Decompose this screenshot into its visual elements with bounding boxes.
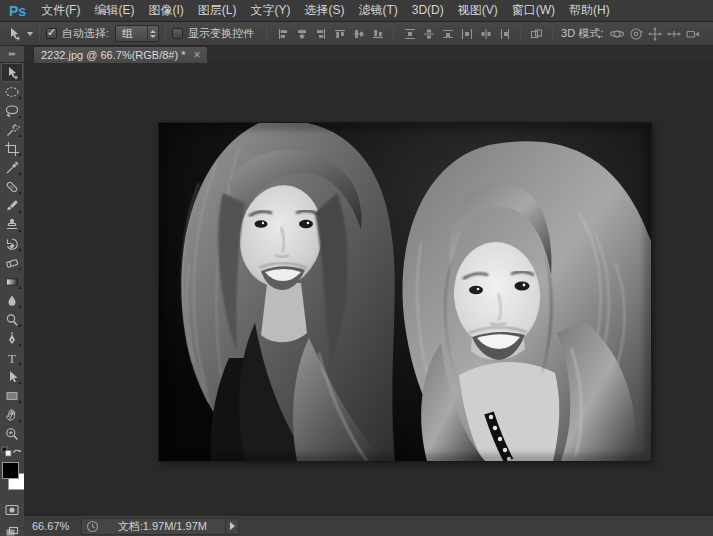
tool-shape[interactable] xyxy=(1,386,23,405)
3d-zoom-camera-icon xyxy=(685,26,701,42)
align-left-edges-button[interactable] xyxy=(273,24,292,43)
3d-zoom-camera-button[interactable] xyxy=(683,24,702,43)
menu-select[interactable]: 选择(S) xyxy=(297,0,351,21)
distribute-left-edges-button[interactable] xyxy=(457,24,476,43)
distribute-horizontal-centers-icon xyxy=(479,27,493,41)
svg-text:T: T xyxy=(8,350,16,365)
photoshop-logo: Ps xyxy=(0,3,34,19)
document-tab-title: 2232.jpg @ 66.7%(RGB/8#) * xyxy=(41,49,185,61)
separator xyxy=(520,25,521,42)
screen-mode-button[interactable] xyxy=(1,522,23,536)
3d-roll-button[interactable] xyxy=(626,24,645,43)
zoom-tool-icon xyxy=(4,426,20,442)
tool-magic-wand[interactable] xyxy=(1,120,23,139)
distribute-left-edges-icon xyxy=(460,27,474,41)
tool-eyedropper[interactable] xyxy=(1,158,23,177)
tool-brush[interactable] xyxy=(1,196,23,215)
auto-select-target-dropdown[interactable]: 组 xyxy=(115,25,159,42)
3d-slide-icon xyxy=(666,26,682,42)
tool-zoom[interactable] xyxy=(1,424,23,443)
align-top-edges-button[interactable] xyxy=(330,24,349,43)
distribute-vertical-centers-button[interactable] xyxy=(419,24,438,43)
menu-bar: Ps 文件(F) 编辑(E) 图像(I) 图层(L) 文字(Y) 选择(S) 滤… xyxy=(0,0,713,22)
align-vertical-centers-icon xyxy=(352,27,366,41)
menu-filter[interactable]: 滤镜(T) xyxy=(351,0,404,21)
auto-select-label: 自动选择: xyxy=(62,26,109,41)
tools-panel: T xyxy=(0,63,24,536)
move-tool-icon xyxy=(6,26,22,42)
3d-roll-icon xyxy=(628,26,644,42)
menu-layer[interactable]: 图层(L) xyxy=(191,0,244,21)
tool-hand[interactable] xyxy=(1,405,23,424)
tool-pen[interactable] xyxy=(1,329,23,348)
auto-select-checkbox[interactable] xyxy=(46,28,57,39)
auto-align-layers-icon xyxy=(529,27,544,41)
document-size-text: 文档:1.97M/1.97M xyxy=(99,519,225,534)
separator xyxy=(165,25,166,42)
tool-eraser[interactable] xyxy=(1,253,23,272)
distribute-top-edges-icon xyxy=(403,27,417,41)
auto-select-target-value: 组 xyxy=(116,26,147,41)
align-horizontal-centers-button[interactable] xyxy=(292,24,311,43)
tool-gradient[interactable] xyxy=(1,272,23,291)
tool-marquee[interactable] xyxy=(1,82,23,101)
show-transform-checkbox[interactable] xyxy=(172,28,183,39)
tab-close-icon[interactable]: × xyxy=(193,50,200,60)
menu-file[interactable]: 文件(F) xyxy=(34,0,87,21)
3d-slide-button[interactable] xyxy=(664,24,683,43)
tool-options-bar: 自动选择: 组 显示变换控件 xyxy=(0,22,713,46)
quick-mask-button[interactable] xyxy=(1,500,23,519)
two-women-portrait-photo xyxy=(159,123,651,461)
align-top-edges-icon xyxy=(333,27,347,41)
align-vertical-centers-button[interactable] xyxy=(349,24,368,43)
color-swatches xyxy=(0,462,24,496)
right-woman xyxy=(402,141,651,461)
3d-pan-button[interactable] xyxy=(645,24,664,43)
distribute-bottom-edges-button[interactable] xyxy=(438,24,457,43)
photoshop-window: Ps 文件(F) 编辑(E) 图像(I) 图层(L) 文字(Y) 选择(S) 滤… xyxy=(0,0,713,536)
align-bottom-edges-button[interactable] xyxy=(368,24,387,43)
tool-path-selection[interactable] xyxy=(1,367,23,386)
distribute-right-edges-button[interactable] xyxy=(495,24,514,43)
document-tab[interactable]: 2232.jpg @ 66.7%(RGB/8#) * × xyxy=(33,46,208,63)
tool-preset-picker[interactable] xyxy=(6,26,33,42)
move-tool-icon xyxy=(4,65,20,81)
foreground-color-swatch[interactable] xyxy=(2,462,19,479)
swap-colors-icon[interactable] xyxy=(11,446,23,458)
align-right-edges-button[interactable] xyxy=(311,24,330,43)
tool-blur[interactable] xyxy=(1,291,23,310)
menu-window[interactable]: 窗口(W) xyxy=(505,0,562,21)
chevron-down-icon xyxy=(27,32,33,36)
tool-crop[interactable] xyxy=(1,139,23,158)
menu-image[interactable]: 图像(I) xyxy=(141,0,190,21)
tool-healing-brush[interactable] xyxy=(1,177,23,196)
zoom-level-field[interactable]: 66.67% xyxy=(24,520,79,532)
tool-dodge[interactable] xyxy=(1,310,23,329)
document-image[interactable] xyxy=(159,123,651,461)
tool-move[interactable] xyxy=(1,63,23,82)
distribute-horizontal-centers-button[interactable] xyxy=(476,24,495,43)
tool-clone-stamp[interactable] xyxy=(1,215,23,234)
3d-pan-icon xyxy=(647,26,663,42)
align-right-edges-icon xyxy=(314,27,328,41)
3d-orbit-button[interactable] xyxy=(607,24,626,43)
auto-align-layers-button[interactable] xyxy=(527,24,546,43)
tool-history-brush[interactable] xyxy=(1,234,23,253)
canvas-workspace[interactable] xyxy=(24,63,713,515)
menu-type[interactable]: 文字(Y) xyxy=(243,0,297,21)
tools-panel-collapse-button[interactable]: ▸▸ xyxy=(0,46,24,63)
tool-lasso[interactable] xyxy=(1,101,23,120)
separator xyxy=(39,25,40,42)
menu-help[interactable]: 帮助(H) xyxy=(562,0,617,21)
status-clock-icon xyxy=(86,520,99,533)
menu-view[interactable]: 视图(V) xyxy=(451,0,505,21)
separator xyxy=(393,25,394,42)
screen-mode-icon xyxy=(4,524,20,536)
distribute-top-edges-button[interactable] xyxy=(400,24,419,43)
menu-edit[interactable]: 编辑(E) xyxy=(87,0,141,21)
tool-type[interactable]: T xyxy=(1,348,23,367)
menu-3d[interactable]: 3D(D) xyxy=(405,0,451,21)
3d-orbit-icon xyxy=(609,26,625,42)
3d-mode-label: 3D 模式: xyxy=(561,26,603,41)
status-options-button[interactable] xyxy=(225,518,238,535)
